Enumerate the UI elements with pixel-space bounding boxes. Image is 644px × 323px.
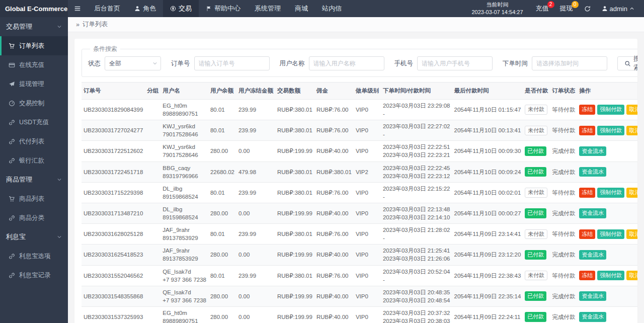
freeze-button[interactable]: 冻结: [579, 188, 595, 197]
sidebar-item-online-recharge[interactable]: 在线充值: [0, 55, 68, 74]
search-button[interactable]: 搜索: [617, 56, 637, 70]
cell-username: DL_ilbg89159868524: [160, 182, 208, 203]
fund-flow-button[interactable]: 资金流水: [579, 146, 606, 156]
sidebar-item-label: 商品分类: [19, 214, 44, 222]
table-row: UB2303031727024277KWJ_ysr6kd790175286468…: [82, 120, 637, 141]
cell-actions: 资金流水: [577, 286, 637, 306]
nav-item-home[interactable]: 后台首页: [87, 0, 127, 17]
breadcrumb: » 订单列表: [68, 17, 644, 32]
column-header: 订单状态: [550, 83, 577, 100]
sidebar-item-lixibao[interactable]: 利息宝: [0, 227, 68, 247]
app-logo: Global E-Commerce...: [0, 0, 68, 17]
force-pay-button[interactable]: 强制付款: [597, 229, 624, 239]
column-header: 用户名: [160, 83, 208, 100]
fund-flow-button[interactable]: 资金流水: [579, 312, 606, 321]
sidebar-item-bank-remit[interactable]: 银行汇款: [0, 151, 68, 170]
recharge-link[interactable]: 充值 2: [530, 0, 554, 17]
cell-commission: RUB₽:76.00: [314, 182, 354, 203]
cell-last-pay-time: 2054年11月09日 22:24:11: [452, 306, 523, 323]
sidebar-item-lixibao-records[interactable]: 利息宝记录: [0, 266, 68, 285]
sidebar-item-lixibao-options[interactable]: 利息宝选项: [0, 247, 68, 266]
cell-trade-amount: RUB₽:199.99: [275, 245, 314, 265]
topbar-nav: 后台首页角色交易帮助中心系统管理商城站内信: [87, 0, 349, 17]
link-icon: [8, 253, 15, 260]
fund-flow-button[interactable]: 资金流水: [579, 167, 606, 177]
nav-item-trade[interactable]: 交易: [163, 0, 199, 17]
cell-paid: 已付款: [523, 286, 550, 306]
cell-group: [145, 265, 160, 286]
cancel-order-button[interactable]: 取消订单: [626, 271, 637, 280]
cancel-order-button[interactable]: 取消订单: [626, 126, 637, 135]
cell-level: VIP0: [354, 203, 381, 223]
cell-commission: RUB₽:76.00: [314, 120, 354, 141]
freeze-button[interactable]: 冻结: [579, 126, 595, 135]
cancel-order-button[interactable]: 取消订单: [626, 229, 637, 239]
cell-balance: 280.00: [208, 306, 236, 323]
force-pay-button[interactable]: 强制付款: [597, 271, 624, 280]
cell-frozen-amount: 239.99: [236, 120, 275, 141]
sidebar-item-usdt-recharge[interactable]: USDT充值: [0, 113, 68, 132]
cell-order-no: UB2303031625418523: [82, 245, 145, 265]
nav-item-site-message[interactable]: 站内信: [315, 0, 349, 17]
cell-username: JAF_9rahr89137853929: [160, 224, 208, 245]
column-header: 分组: [145, 83, 160, 100]
status-select[interactable]: 全部: [105, 56, 161, 70]
table-header-row: 订单号分组用户名用户余额用户冻结金额交易数额佣金做单级别下单时间/付款时间最后付…: [82, 83, 637, 100]
cell-username: DL_ilbg89159868524: [160, 203, 208, 223]
freeze-button[interactable]: 冻结: [579, 105, 595, 114]
cell-order-status: 完成付款: [550, 286, 577, 306]
cell-paid: 未付款: [523, 120, 550, 141]
cell-trade-amount: RUB₽:199.99: [275, 141, 314, 162]
sidebar-item-trade-manage[interactable]: 交易管理: [0, 17, 68, 36]
cell-trade-amount: RUB₽:380.01: [275, 224, 314, 245]
nav-item-help-center[interactable]: 帮助中心: [199, 0, 248, 17]
force-pay-button[interactable]: 强制付款: [597, 188, 624, 197]
nav-item-mall[interactable]: 商城: [288, 0, 315, 17]
sidebar-item-trade-control[interactable]: 交易控制: [0, 94, 68, 113]
table-row: UB2303031548355868QE_lsak7d+7 937 366 72…: [82, 286, 637, 306]
withdraw-link[interactable]: 提现 0: [554, 0, 579, 17]
force-pay-button[interactable]: 强制付款: [597, 126, 624, 135]
order-time-input[interactable]: [532, 56, 607, 70]
cancel-order-button[interactable]: 取消订单: [626, 105, 637, 114]
user-menu[interactable]: admin: [596, 0, 640, 17]
cell-frozen-amount: 0.00: [236, 286, 275, 306]
sidebar-item-goods-manage[interactable]: 商品管理: [0, 170, 68, 189]
chevron-down-icon: [57, 234, 62, 239]
topbar: Global E-Commerce... 后台首页角色交易帮助中心系统管理商城站…: [0, 0, 644, 17]
cell-last-pay-time: 2054年11月09日 23:14:41: [452, 224, 523, 245]
fund-flow-button[interactable]: 资金流水: [579, 250, 606, 260]
sidebar-item-goods-list[interactable]: 商品列表: [0, 189, 68, 208]
sidebar-item-goods-category[interactable]: 商品分类: [0, 208, 68, 227]
column-header: 最后付款时间: [452, 83, 523, 100]
cancel-order-button[interactable]: 取消订单: [626, 188, 637, 197]
nav-item-role[interactable]: 角色: [127, 0, 163, 17]
current-time-value: 2023-03-07 14:54:27: [471, 9, 523, 16]
cell-trade-amount: RUB₽:199.99: [275, 286, 314, 306]
sidebar-item-withdraw-manage[interactable]: 提现管理: [0, 74, 68, 94]
order-no-input[interactable]: [194, 56, 270, 70]
sidebar-item-daifu-list[interactable]: 代付列表: [0, 132, 68, 151]
cell-group: [145, 306, 160, 323]
sidebar-item-order-list[interactable]: 订单列表: [0, 36, 68, 55]
fund-flow-button[interactable]: 资金流水: [579, 208, 606, 218]
sidebar-toggle-button[interactable]: [68, 0, 87, 17]
cell-paid: 未付款: [523, 224, 550, 245]
cell-balance: 80.01: [208, 100, 236, 120]
freeze-button[interactable]: 冻结: [579, 271, 595, 280]
phone-input[interactable]: [417, 56, 493, 70]
nav-item-system-manage[interactable]: 系统管理: [248, 0, 288, 17]
current-time: 当前时间 2023-03-07 14:54:27: [471, 1, 523, 16]
cell-last-pay-time: 2054年11月10日 00:02:01: [452, 182, 523, 203]
column-header: 是否付款: [523, 83, 550, 100]
fund-flow-button[interactable]: 资金流水: [579, 291, 606, 301]
cell-order-status: 完成付款: [550, 141, 577, 162]
send-icon: [8, 81, 15, 88]
column-header: 做单级别: [354, 83, 381, 100]
username-input[interactable]: [309, 56, 384, 70]
phone-label: 手机号: [394, 59, 414, 68]
refresh-button[interactable]: [579, 0, 596, 17]
freeze-button[interactable]: 冻结: [579, 229, 595, 239]
force-pay-button[interactable]: 强制付款: [597, 105, 624, 114]
paid-status-tag: 未付款: [525, 188, 547, 197]
